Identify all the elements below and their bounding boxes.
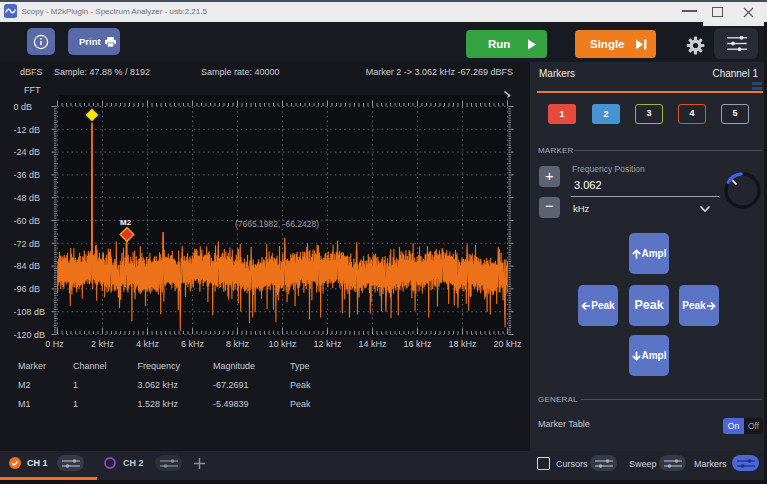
svg-text:-60 dB: -60 dB [14, 216, 41, 226]
svg-text:20 kHz: 20 kHz [493, 339, 522, 349]
svg-text:18 kHz: 18 kHz [448, 339, 477, 349]
svg-text:0 Hz: 0 Hz [45, 339, 64, 349]
svg-text:-108 dB: -108 dB [14, 307, 46, 317]
svg-text:-72 dB: -72 dB [14, 239, 41, 249]
svg-text:-48 dB: -48 dB [14, 193, 41, 203]
svg-text:8 kHz: 8 kHz [226, 339, 250, 349]
svg-text:14 kHz: 14 kHz [358, 339, 387, 349]
svg-text:-96 dB: -96 dB [14, 284, 41, 294]
svg-text:0 dB: 0 dB [14, 102, 33, 112]
svg-text:10 kHz: 10 kHz [268, 339, 297, 349]
svg-text:-12 dB: -12 dB [14, 125, 41, 135]
svg-text:6 kHz: 6 kHz [181, 339, 205, 349]
svg-text:(7665.1982, -66.2428): (7665.1982, -66.2428) [235, 219, 319, 229]
svg-text:16 kHz: 16 kHz [403, 339, 432, 349]
svg-text:-84 dB: -84 dB [14, 261, 41, 271]
svg-text:-24 dB: -24 dB [14, 147, 41, 157]
svg-text:M2: M2 [120, 218, 132, 227]
svg-text:-120 dB: -120 dB [14, 330, 46, 340]
svg-text:4 kHz: 4 kHz [136, 339, 160, 349]
svg-text:-36 dB: -36 dB [14, 170, 41, 180]
svg-text:12 kHz: 12 kHz [313, 339, 342, 349]
svg-text:2 kHz: 2 kHz [91, 339, 115, 349]
